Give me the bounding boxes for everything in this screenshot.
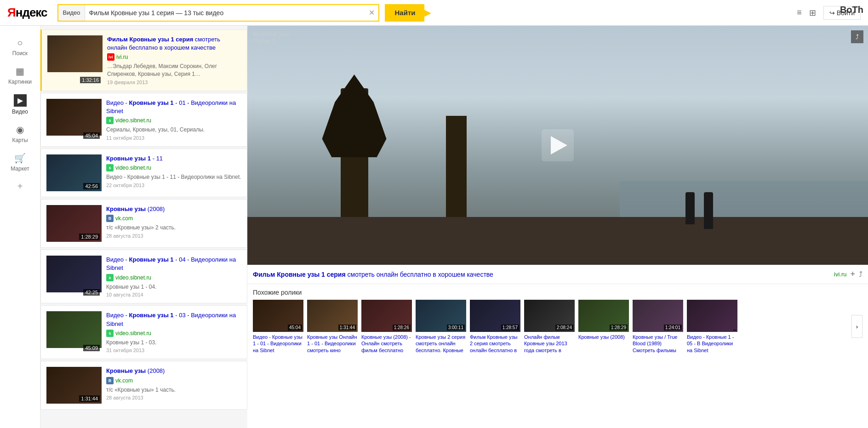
similar-item[interactable]: 1:24:01 Кровные узы / True Blood (1989) … bbox=[633, 300, 683, 354]
search-input[interactable] bbox=[85, 7, 365, 18]
grid-icon[interactable]: ⊞ bbox=[809, 8, 816, 18]
result-item[interactable]: 45:09 Видео - Кровные узы 1 - 03 - Видео… bbox=[40, 305, 247, 359]
yandex-logo: Яндекс bbox=[7, 6, 47, 20]
market-icon: 🛒 bbox=[14, 153, 26, 164]
similar-item[interactable]: 1:28:29 Кровные узы (2008) bbox=[578, 300, 629, 354]
result-item[interactable]: 1:31:44 Кровные узы (2008) B vk.com т/с … bbox=[40, 361, 247, 410]
similar-item-text: Онлайн фильм Кровные узы 2013 года смотр… bbox=[524, 334, 575, 354]
similar-thumbnail: 1:24:01 bbox=[633, 300, 683, 332]
video-panel: Кровные узы Серия 1 ⤴ Фильм Кровные узы … bbox=[247, 26, 868, 428]
result-source-row: s video.sibnet.ru bbox=[106, 117, 241, 124]
video-label: Кровные узы Серия 1 bbox=[253, 30, 289, 44]
result-title[interactable]: Фильм Кровные узы 1 серия смотреть онлай… bbox=[107, 35, 241, 52]
tree-right bbox=[446, 116, 467, 217]
result-item[interactable]: 1:32:16 Фильм Кровные узы 1 серия смотре… bbox=[40, 29, 247, 91]
result-thumb-wrap: 42:56 bbox=[46, 154, 102, 191]
result-item[interactable]: 1:28:29 Кровные узы (2008) B vk.com т/с … bbox=[40, 199, 247, 248]
result-date: 10 августа 2014 bbox=[106, 292, 241, 297]
ground bbox=[247, 217, 868, 265]
result-source-row: B vk.com bbox=[106, 215, 241, 222]
result-info: Видео - Кровные узы 1 - 03 - Видеоролики… bbox=[106, 311, 241, 353]
source-url: vk.com bbox=[115, 377, 133, 384]
water-area bbox=[620, 181, 868, 217]
similar-item-text: Фильм Кровные узы 2 серия смотреть онлай… bbox=[470, 334, 520, 354]
result-thumb-wrap: 1:31:44 bbox=[46, 367, 102, 404]
result-title[interactable]: Видео - Кровные узы 1 - 01 - Видеоролики… bbox=[106, 99, 241, 115]
similar-title: Похожие ролики bbox=[253, 289, 862, 296]
result-thumbnail bbox=[46, 99, 102, 136]
search-clear-icon[interactable]: ✕ bbox=[365, 6, 378, 19]
result-thumb-wrap: 45:09 bbox=[46, 311, 102, 353]
similar-thumbnail bbox=[687, 300, 737, 332]
result-date: 11 октября 2013 bbox=[106, 135, 241, 141]
result-item[interactable]: 42:56 Кровные узы 1 - 11 s video.sibnet.… bbox=[40, 148, 247, 197]
result-thumb-wrap: 42:25 bbox=[46, 256, 102, 297]
add-to-list-button[interactable]: + bbox=[850, 269, 855, 279]
similar-item[interactable]: 45:04 Видео - Кровные узы 1 - 01 - Видео… bbox=[253, 300, 303, 354]
result-info: Кровные узы 1 - 11 s video.sibnet.ru Вид… bbox=[106, 154, 241, 191]
result-thumbnail bbox=[46, 256, 102, 292]
result-thumb-wrap: 45:04 bbox=[46, 99, 102, 141]
source-url: video.sibnet.ru bbox=[115, 330, 151, 337]
similar-item[interactable]: 2:08:24 Онлайн фильм Кровные узы 2013 го… bbox=[524, 300, 575, 354]
header: Яндекс Видео ✕ Найти ≡ ⊞ ↪ Войти BoTh bbox=[0, 0, 868, 26]
images-icon: ▦ bbox=[16, 66, 24, 77]
result-title[interactable]: Кровные узы 1 - 11 bbox=[106, 154, 241, 163]
similar-item-text: Видео - Кровные узы 1 - 01 - Видеоролики… bbox=[253, 334, 303, 354]
source-icon-sibnet: s bbox=[106, 164, 114, 171]
result-date: 19 февраля 2013 bbox=[107, 80, 241, 85]
similar-item[interactable]: 1:28:57 Фильм Кровные узы 2 серия смотре… bbox=[470, 300, 520, 354]
result-info: Видео - Кровные узы 1 - 04 - Видеоролики… bbox=[106, 256, 241, 297]
similar-item[interactable]: 1:31:44 Кровные узы Онлайн 1 - 01 - Виде… bbox=[307, 300, 358, 354]
source-icon-vk: B bbox=[106, 215, 114, 222]
similar-item[interactable]: 3:00:11 Кровные узы 2 серия смотреть онл… bbox=[416, 300, 466, 354]
similar-item[interactable]: 1:28:26 Кровные узы (2008) - Онлайн смот… bbox=[361, 300, 412, 354]
result-date: 28 августа 2013 bbox=[106, 395, 241, 400]
share-button[interactable]: ⤴ bbox=[851, 30, 863, 43]
settings-icon[interactable]: ≡ bbox=[797, 8, 802, 17]
result-duration: 1:31:44 bbox=[79, 395, 100, 402]
similar-duration: 1:31:44 bbox=[338, 325, 356, 331]
result-duration: 45:04 bbox=[83, 132, 100, 139]
similar-next-button[interactable]: › bbox=[851, 315, 862, 338]
source-url: video.sibnet.ru bbox=[115, 117, 151, 124]
result-info: Кровные узы (2008) B vk.com т/с «Кровные… bbox=[106, 367, 241, 404]
similar-item-text: Кровные узы / True Blood (1989) Смотреть… bbox=[633, 334, 683, 354]
sidebar-item-market[interactable]: 🛒 Маркет bbox=[0, 148, 40, 177]
video-info-right: ivi.ru + ⤴ bbox=[834, 269, 862, 279]
play-button[interactable] bbox=[542, 129, 574, 161]
search-button[interactable]: Найти bbox=[385, 4, 425, 22]
source-icon-ivi: ivi bbox=[107, 53, 114, 61]
result-title[interactable]: Кровные узы (2008) bbox=[106, 205, 241, 213]
result-duration: 1:32:16 bbox=[80, 77, 101, 83]
content-area: 1:32:16 Фильм Кровные узы 1 серия смотре… bbox=[40, 26, 868, 428]
sidebar-item-maps[interactable]: ◉ Карты bbox=[0, 120, 40, 148]
sidebar-label-images: Картинки bbox=[8, 79, 32, 85]
sidebar-item-search[interactable]: ○ Поиск bbox=[0, 33, 40, 61]
sidebar-add-button[interactable]: + bbox=[0, 177, 40, 196]
similar-thumbnail: 1:28:26 bbox=[361, 300, 412, 332]
result-item[interactable]: 45:04 Видео - Кровные узы 1 - 01 - Видео… bbox=[40, 93, 247, 147]
result-info: Фильм Кровные узы 1 серия смотреть онлай… bbox=[107, 35, 241, 85]
result-item[interactable]: 42:25 Видео - Кровные узы 1 - 04 - Видео… bbox=[40, 250, 247, 303]
result-thumbnail bbox=[47, 35, 103, 72]
similar-thumbnail: 2:08:24 bbox=[524, 300, 575, 332]
result-desc: …Эльдар Лебедев, Максим Сорокин, Олег Сп… bbox=[107, 63, 241, 78]
source-icon-sibnet: s bbox=[106, 117, 114, 124]
search-icon: ○ bbox=[17, 38, 23, 48]
similar-thumbnail: 1:28:29 bbox=[578, 300, 629, 332]
result-title[interactable]: Кровные узы (2008) bbox=[106, 367, 241, 375]
source-url: ivi.ru bbox=[116, 54, 128, 60]
similar-item-text: Видео - Кровные 1 - 05 - В Видеоролики н… bbox=[687, 334, 737, 354]
result-thumbnail bbox=[46, 311, 102, 348]
video-source-label: ivi.ru bbox=[834, 271, 846, 278]
similar-item[interactable]: Видео - Кровные 1 - 05 - В Видеоролики н… bbox=[687, 300, 737, 354]
result-title[interactable]: Видео - Кровные узы 1 - 04 - Видеоролики… bbox=[106, 256, 241, 272]
sidebar-item-images[interactable]: ▦ Картинки bbox=[0, 61, 40, 90]
share-icon-button[interactable]: ⤴ bbox=[859, 270, 862, 279]
source-url: vk.com bbox=[115, 215, 133, 222]
sidebar-item-video[interactable]: ▶ Видео bbox=[0, 90, 40, 120]
result-title[interactable]: Видео - Кровные узы 1 - 03 - Видеоролики… bbox=[106, 311, 241, 328]
video-title-link[interactable]: Фильм Кровные узы 1 серия смотреть онлай… bbox=[253, 271, 493, 278]
result-desc: Кровные узы 1 - 03. bbox=[106, 339, 241, 347]
